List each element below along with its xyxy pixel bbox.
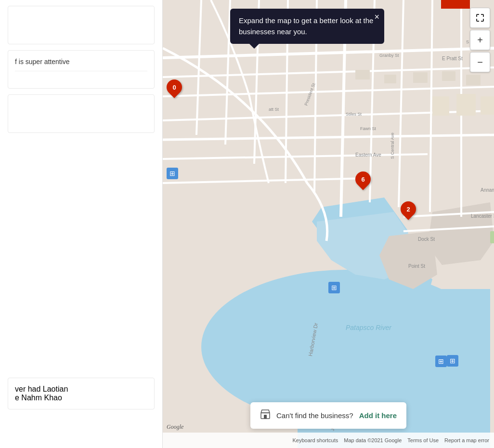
map-data-text: Map data ©2021 Google bbox=[344, 437, 402, 443]
map-bottom-bar: Keyboard shortcuts Map data ©2021 Google… bbox=[163, 433, 494, 448]
svg-text:att St: att St bbox=[269, 107, 279, 112]
review-text-2: f is super attentive bbox=[15, 57, 147, 67]
map-pin-6[interactable]: 6 bbox=[355, 171, 371, 190]
map-red-strip bbox=[441, 0, 470, 9]
svg-text:Patapsco River: Patapsco River bbox=[346, 324, 392, 331]
svg-text:S Central Ave: S Central Ave bbox=[390, 132, 395, 159]
svg-text:Granby St: Granby St bbox=[379, 53, 399, 58]
keyboard-shortcuts-link[interactable]: Keyboard shortcuts bbox=[292, 437, 338, 443]
store-icon bbox=[260, 409, 271, 422]
svg-text:Lancaster St: Lancaster St bbox=[471, 213, 494, 219]
svg-text:Fawn St: Fawn St bbox=[360, 126, 377, 131]
review-divider-2 bbox=[15, 71, 147, 75]
pin-label-0: 0 bbox=[172, 84, 176, 91]
svg-text:Stiles St: Stiles St bbox=[346, 112, 362, 117]
map-controls: + − bbox=[470, 8, 490, 72]
review-card-3 bbox=[8, 94, 155, 133]
svg-rect-61 bbox=[481, 96, 494, 115]
location-icon-4[interactable] bbox=[447, 355, 458, 367]
svg-text:Point St: Point St bbox=[408, 264, 425, 269]
svg-text:Dock St: Dock St bbox=[418, 237, 435, 242]
location-icon-3[interactable] bbox=[435, 356, 447, 367]
expand-icon bbox=[475, 13, 485, 23]
expand-map-button[interactable] bbox=[470, 8, 490, 28]
map-container: ayette St Granby St E Pratt St S Bond St… bbox=[163, 0, 494, 448]
terms-of-use-link[interactable]: Terms of Use bbox=[407, 437, 439, 443]
svg-rect-57 bbox=[442, 71, 455, 81]
report-error-link[interactable]: Report a map error bbox=[444, 437, 489, 443]
svg-rect-55 bbox=[384, 75, 396, 83]
map-svg: ayette St Granby St E Pratt St S Bond St… bbox=[163, 0, 494, 448]
svg-text:Annanna St: Annanna St bbox=[481, 187, 494, 193]
cant-find-text: Can't find the business? bbox=[276, 411, 353, 420]
tooltip-close-button[interactable]: × bbox=[374, 13, 379, 21]
svg-rect-59 bbox=[432, 96, 449, 116]
svg-rect-68 bbox=[490, 231, 494, 243]
google-logo: Google bbox=[167, 423, 183, 431]
svg-rect-72 bbox=[264, 415, 267, 419]
left-panel: f is super attentive ver had Laotian e N… bbox=[0, 0, 163, 448]
review-card-2: f is super attentive bbox=[8, 50, 155, 89]
svg-rect-56 bbox=[413, 72, 428, 83]
zoom-in-button[interactable]: + bbox=[470, 30, 490, 50]
svg-text:E Pratt St: E Pratt St bbox=[442, 56, 463, 61]
tooltip-text: Expand the map to get a better look at t… bbox=[239, 16, 373, 36]
location-icon-2[interactable] bbox=[328, 282, 340, 293]
pin-label-6: 6 bbox=[361, 176, 364, 183]
map-tooltip: × Expand the map to get a better look at… bbox=[230, 9, 384, 44]
location-icon-1[interactable] bbox=[167, 168, 178, 179]
zoom-out-button[interactable]: − bbox=[470, 52, 490, 72]
svg-rect-60 bbox=[456, 94, 476, 116]
svg-rect-58 bbox=[466, 75, 481, 85]
svg-rect-54 bbox=[355, 70, 370, 79]
map-pin-0[interactable]: 0 bbox=[167, 79, 182, 98]
add-business-link[interactable]: Add it here bbox=[359, 411, 397, 420]
review-card-1 bbox=[8, 6, 155, 44]
review-text-4: ver had Laotian e Nahm Khao bbox=[15, 385, 147, 402]
review-card-4: ver had Laotian e Nahm Khao bbox=[8, 378, 155, 409]
map-pin-2[interactable]: 2 bbox=[401, 201, 416, 220]
svg-text:Eastern Ave: Eastern Ave bbox=[355, 152, 381, 158]
pin-label-2: 2 bbox=[406, 206, 410, 213]
cant-find-bar: Can't find the business? Add it here bbox=[250, 402, 406, 429]
